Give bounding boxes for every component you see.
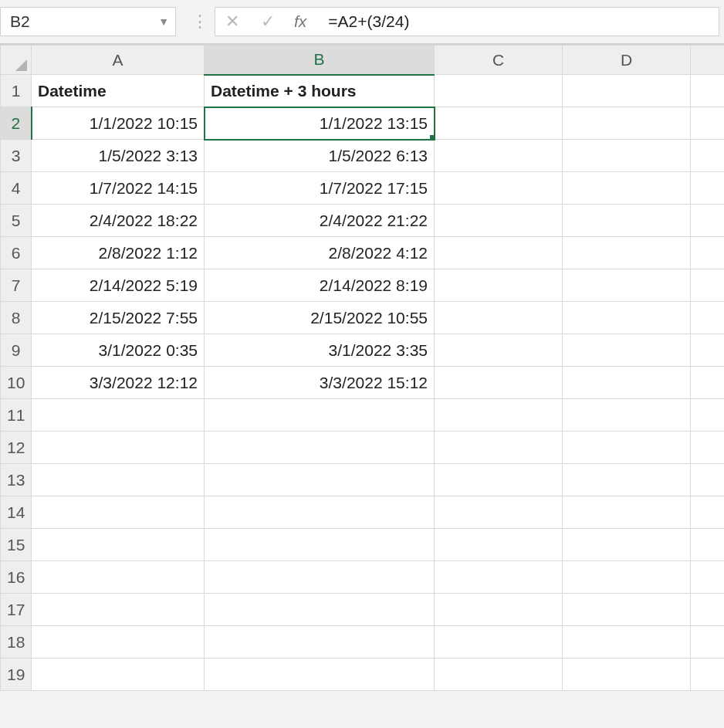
row-header[interactable]: 11 <box>1 399 32 432</box>
fx-icon[interactable]: fx <box>294 12 306 31</box>
col-header-A[interactable]: A <box>32 46 205 75</box>
cell[interactable] <box>435 496 563 529</box>
cell[interactable]: 2/8/2022 1:12 <box>32 237 205 269</box>
cell[interactable]: 2/4/2022 18:22 <box>32 205 205 237</box>
row-header[interactable]: 1 <box>1 75 32 107</box>
cell[interactable]: 2/14/2022 8:19 <box>205 269 435 302</box>
cell[interactable] <box>691 302 725 334</box>
cell[interactable] <box>435 594 563 626</box>
cell[interactable]: 3/1/2022 3:35 <box>205 334 435 367</box>
cell[interactable] <box>563 75 691 107</box>
cell[interactable] <box>435 302 563 334</box>
cell[interactable] <box>691 107 725 140</box>
cell[interactable] <box>563 172 691 205</box>
cell[interactable] <box>435 334 563 367</box>
cell[interactable]: 2/4/2022 21:22 <box>205 205 435 237</box>
cell[interactable] <box>205 464 435 496</box>
cell[interactable] <box>563 594 691 626</box>
cell[interactable]: 2/15/2022 7:55 <box>32 302 205 334</box>
cell[interactable] <box>691 432 725 464</box>
row-header[interactable]: 5 <box>1 205 32 237</box>
cell[interactable] <box>205 432 435 464</box>
cell[interactable]: 1/5/2022 3:13 <box>32 140 205 172</box>
selected-cell[interactable]: 1/1/2022 13:15 <box>205 107 435 140</box>
cell[interactable] <box>205 659 435 691</box>
cell[interactable] <box>563 496 691 529</box>
row-header[interactable]: 18 <box>1 626 32 659</box>
cell[interactable]: 3/3/2022 15:12 <box>205 367 435 399</box>
cell[interactable] <box>691 399 725 432</box>
select-all-corner[interactable] <box>1 46 32 75</box>
cell[interactable] <box>435 432 563 464</box>
cell[interactable] <box>691 594 725 626</box>
cell[interactable] <box>205 561 435 594</box>
cell[interactable] <box>435 107 563 140</box>
cell[interactable] <box>691 561 725 594</box>
cell[interactable] <box>691 205 725 237</box>
cell[interactable] <box>691 529 725 561</box>
cell[interactable] <box>563 367 691 399</box>
cell[interactable]: 1/1/2022 10:15 <box>32 107 205 140</box>
cell[interactable] <box>563 529 691 561</box>
cell[interactable] <box>435 529 563 561</box>
row-header[interactable]: 17 <box>1 594 32 626</box>
cell[interactable]: 1/5/2022 6:13 <box>205 140 435 172</box>
cell[interactable] <box>435 75 563 107</box>
cell[interactable] <box>435 626 563 659</box>
cell[interactable] <box>691 269 725 302</box>
cell[interactable]: 2/8/2022 4:12 <box>205 237 435 269</box>
cell[interactable] <box>435 659 563 691</box>
cell[interactable] <box>435 237 563 269</box>
cell[interactable] <box>435 561 563 594</box>
row-header[interactable]: 2 <box>1 107 32 140</box>
col-header-D[interactable]: D <box>563 46 691 75</box>
formula-input[interactable] <box>328 12 711 31</box>
cell[interactable]: 1/7/2022 14:15 <box>32 172 205 205</box>
cell[interactable]: 2/14/2022 5:19 <box>32 269 205 302</box>
cell[interactable] <box>563 464 691 496</box>
cell[interactable] <box>691 334 725 367</box>
cell[interactable] <box>691 140 725 172</box>
row-header[interactable]: 7 <box>1 269 32 302</box>
row-header[interactable]: 8 <box>1 302 32 334</box>
row-header[interactable]: 15 <box>1 529 32 561</box>
row-header[interactable]: 13 <box>1 464 32 496</box>
col-header-B[interactable]: B <box>205 46 435 75</box>
cell[interactable] <box>32 399 205 432</box>
chevron-down-icon[interactable]: ▼ <box>158 15 169 28</box>
row-header[interactable]: 16 <box>1 561 32 594</box>
cell[interactable] <box>563 205 691 237</box>
cell[interactable] <box>691 367 725 399</box>
cell[interactable] <box>205 399 435 432</box>
row-header[interactable]: 3 <box>1 140 32 172</box>
cell[interactable] <box>563 399 691 432</box>
row-header[interactable]: 19 <box>1 659 32 691</box>
cell[interactable] <box>435 399 563 432</box>
cell[interactable]: 3/3/2022 12:12 <box>32 367 205 399</box>
cell[interactable] <box>435 269 563 302</box>
name-box[interactable]: ▼ <box>0 7 176 36</box>
cell[interactable]: 1/7/2022 17:15 <box>205 172 435 205</box>
cell[interactable] <box>563 269 691 302</box>
cell[interactable] <box>691 496 725 529</box>
cell[interactable] <box>563 107 691 140</box>
cell[interactable] <box>205 626 435 659</box>
cell[interactable] <box>435 205 563 237</box>
cell[interactable] <box>32 659 205 691</box>
cell[interactable] <box>563 302 691 334</box>
cell[interactable] <box>691 464 725 496</box>
cell[interactable]: Datetime + 3 hours <box>205 75 435 107</box>
cell[interactable] <box>32 529 205 561</box>
spreadsheet-grid[interactable]: A B C D 1DatetimeDatetime + 3 hours21/1/… <box>0 45 724 691</box>
cell[interactable] <box>205 529 435 561</box>
cell[interactable] <box>563 561 691 594</box>
cell[interactable] <box>32 626 205 659</box>
col-header-E[interactable] <box>691 46 725 75</box>
cell[interactable] <box>563 334 691 367</box>
cell[interactable] <box>32 464 205 496</box>
cell[interactable]: 2/15/2022 10:55 <box>205 302 435 334</box>
row-header[interactable]: 6 <box>1 237 32 269</box>
cell[interactable] <box>691 75 725 107</box>
cell[interactable] <box>205 594 435 626</box>
cell[interactable] <box>691 237 725 269</box>
